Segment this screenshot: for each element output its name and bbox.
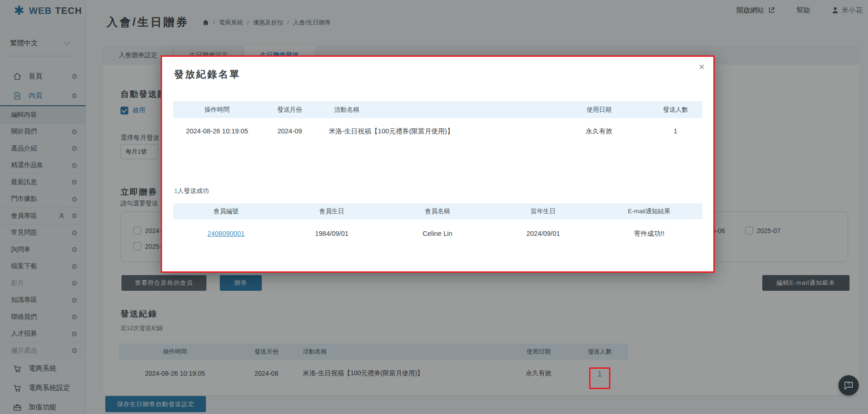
member-name: Celine Lin [385, 219, 490, 248]
distribution-record-modal: ✕ 發放紀錄名單 操作時間 發送月份 活動名稱 使用日期 發送人數 2024-0… [161, 55, 715, 273]
column-header: 會員名稱 [385, 204, 490, 219]
modal-member-table: 會員編號 會員生日 會員名稱 當年生日 E-mail通知結果 240809000… [173, 204, 702, 248]
column-header: 活動名稱 [319, 101, 549, 118]
table-row: 2024-08-26 10:19:05 2024-09 米洛-生日祝福【100元… [173, 118, 702, 144]
success-text: 人發送成功 [178, 187, 209, 194]
send-success-status: 1人發送成功 [174, 187, 209, 195]
record-count: 1 [649, 118, 702, 144]
column-header: 會員生日 [279, 204, 385, 219]
table-row: 2408090001 1984/09/01 Celine Lin 2024/09… [173, 219, 702, 248]
column-header: 操作時間 [173, 101, 261, 118]
record-month: 2024-09 [261, 118, 319, 144]
member-birthday: 1984/09/01 [279, 219, 385, 248]
column-header: 發送人數 [649, 101, 702, 118]
record-usage: 永久有效 [549, 118, 649, 144]
modal-title: 發放紀錄名單 [174, 68, 241, 81]
record-activity: 米洛-生日祝福【100元禮券(限當月使用)】 [319, 118, 549, 144]
modal-member-header-row: 會員編號 會員生日 會員名稱 當年生日 E-mail通知結果 [173, 204, 702, 219]
column-header: 會員編號 [173, 204, 279, 219]
member-email-result: 寄件成功!! [596, 219, 702, 248]
member-id-link[interactable]: 2408090001 [207, 230, 245, 237]
modal-send-record-table: 操作時間 發送月份 活動名稱 使用日期 發送人數 2024-08-26 10:1… [173, 101, 702, 144]
member-current-birthday: 2024/09/01 [490, 219, 596, 248]
app-root: ✱ WEB TECH 繁體中文 首頁 ⚙ 內頁 ⚙ 編輯內容 關 [0, 0, 868, 414]
modal-table-header-row: 操作時間 發送月份 活動名稱 使用日期 發送人數 [173, 101, 702, 118]
column-header: 發送月份 [261, 101, 319, 118]
column-header: 使用日期 [549, 101, 649, 118]
record-time: 2024-08-26 10:19:05 [173, 118, 261, 144]
column-header: 當年生日 [490, 204, 596, 219]
close-icon[interactable]: ✕ [699, 62, 705, 72]
column-header: E-mail通知結果 [596, 204, 702, 219]
success-count: 1 [174, 187, 178, 194]
